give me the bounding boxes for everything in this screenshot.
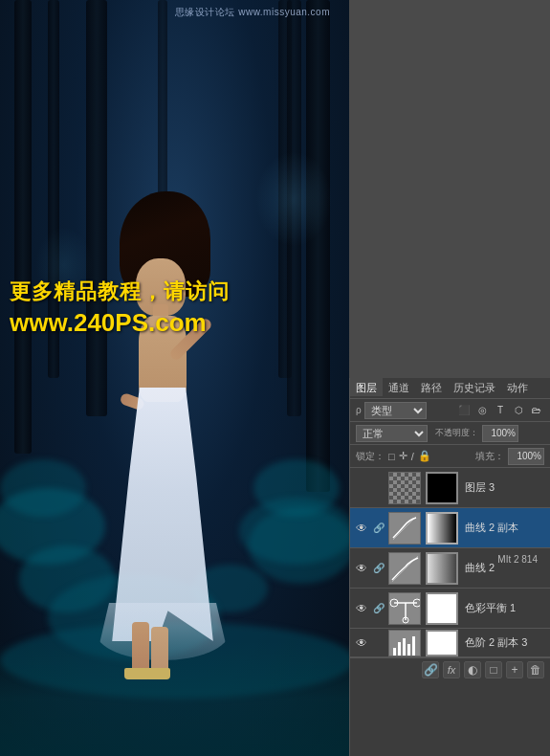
fill-label: 填充：: [475, 450, 504, 463]
image-icon: ⬛: [456, 403, 472, 418]
layer-thumbnail: [388, 512, 421, 545]
toolbar-icons: ⬛ ◎ T ⬡ 🗁: [456, 403, 544, 418]
lock-icon-pixel[interactable]: /: [411, 451, 414, 462]
link-icon: [372, 481, 385, 495]
layer-thumbnail: [388, 472, 421, 504]
layer-name: 曲线 2 副本: [461, 521, 546, 535]
panel-tabs: 图层 通道 路径 历史记录 动作: [350, 378, 550, 399]
visibility-icon[interactable]: 👁: [354, 480, 369, 496]
text-icon: T: [493, 403, 508, 418]
layer-thumbnail: [388, 552, 421, 585]
layer-mask: [426, 472, 458, 504]
tab-channels[interactable]: 通道: [383, 378, 415, 398]
visibility-icon[interactable]: 👁: [354, 521, 369, 536]
layer-item[interactable]: 👁 图层 3: [350, 468, 550, 508]
circle-icon: ◎: [474, 403, 490, 418]
layer-mask: [426, 630, 458, 656]
blend-mode-select[interactable]: 正常: [356, 425, 428, 442]
lock-icon-square[interactable]: □: [388, 451, 395, 462]
layers-panel[interactable]: 图层 通道 路径 历史记录 动作 ρ 类型 ⬛ ◎ T ⬡ 🗁 正常 不透明度：…: [349, 378, 550, 756]
svg-rect-13: [403, 638, 406, 656]
layer-thumbnail: [388, 592, 421, 625]
opacity-input[interactable]: [482, 425, 518, 442]
layer-name: 色彩平衡 1: [461, 601, 546, 615]
layer-name: 图层 3: [461, 480, 546, 495]
svg-rect-14: [407, 644, 410, 656]
visibility-icon[interactable]: 👁: [354, 561, 369, 576]
link-icon: 🔗: [372, 562, 385, 575]
layer-item[interactable]: 👁 🔗 色彩平衡 1: [350, 589, 550, 629]
link-layers-icon[interactable]: 🔗: [422, 661, 439, 678]
tab-paths[interactable]: 路径: [415, 378, 448, 398]
site-badge: 思缘设计论坛 www.missyuan.com: [175, 6, 330, 19]
watermark-line1: 更多精品教程，请访问: [10, 278, 344, 306]
type-select[interactable]: 类型: [364, 402, 427, 419]
layer-thumbnail: [388, 630, 421, 656]
layer-name: 色阶 2 副本 3: [461, 635, 546, 650]
svg-rect-15: [412, 636, 415, 656]
panel-bottom: 🔗 fx ◐ □ + 🗑: [350, 657, 550, 680]
opacity-label: 不透明度：: [435, 427, 478, 439]
new-layer-icon[interactable]: +: [506, 661, 523, 678]
visibility-icon[interactable]: 👁: [354, 635, 369, 651]
link-icon: 🔗: [372, 522, 385, 535]
lock-icon-all[interactable]: 🔒: [418, 450, 431, 462]
link-icon: [372, 636, 385, 650]
layer-mask: [426, 552, 458, 585]
filter-icon: ⬡: [511, 403, 526, 418]
svg-rect-12: [398, 642, 401, 656]
tab-history[interactable]: 历史记录: [448, 378, 501, 398]
type-row: ρ 类型 ⬛ ◎ T ⬡ 🗁: [350, 399, 550, 422]
watermark: 更多精品教程，请访问 www.240PS.com: [10, 278, 344, 338]
fill-input[interactable]: [508, 448, 544, 465]
delete-layer-icon[interactable]: 🗑: [527, 661, 544, 678]
fx-icon[interactable]: fx: [443, 661, 460, 678]
layer-item[interactable]: 👁 色阶 2 副本 3: [350, 629, 550, 657]
detected-text: MIt 2 814: [497, 554, 538, 565]
group-icon[interactable]: □: [485, 661, 502, 678]
layer-mask: [426, 512, 458, 545]
blend-row: 正常 不透明度：: [350, 422, 550, 445]
lock-row: 锁定： □ ✛ / 🔒 填充：: [350, 445, 550, 468]
layer-item[interactable]: 👁 🔗 曲线 2 副本: [350, 508, 550, 548]
lock-text: 锁定：: [356, 450, 385, 463]
layer-mask: [426, 592, 458, 625]
tab-layers[interactable]: 图层: [350, 378, 383, 398]
search-icon: ρ: [356, 405, 362, 415]
link-icon: 🔗: [372, 602, 385, 615]
photo-area: 更多精品教程，请访问 www.240PS.com 思缘设计论坛 www.miss…: [0, 0, 349, 756]
visibility-icon[interactable]: 👁: [354, 601, 369, 616]
adjustment-icon[interactable]: ◐: [464, 661, 481, 678]
folder-icon: 🗁: [529, 403, 544, 418]
watermark-line2: www.240PS.com: [10, 308, 344, 338]
svg-rect-11: [393, 648, 396, 656]
tab-actions[interactable]: 动作: [501, 378, 534, 398]
lock-icon-move[interactable]: ✛: [399, 450, 407, 462]
